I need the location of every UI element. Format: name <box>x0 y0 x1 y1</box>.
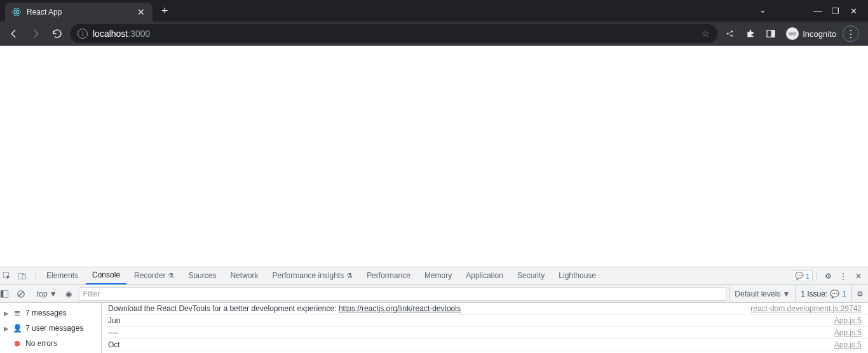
toggle-sidebar-icon[interactable] <box>0 290 17 298</box>
close-tab-button[interactable]: ✕ <box>136 7 146 17</box>
incognito-label: Incognito <box>803 29 836 39</box>
user-icon: 👤 <box>13 324 22 333</box>
site-info-icon[interactable]: i <box>78 29 88 39</box>
svg-point-0 <box>16 11 18 13</box>
live-expression-icon[interactable]: ◉ <box>61 290 76 298</box>
sidebar-no-errors[interactable]: ⊗No errors <box>0 336 101 351</box>
devtools-settings-icon[interactable]: ⚙ <box>821 272 835 281</box>
page-content <box>0 46 868 267</box>
sidebar-user-messages[interactable]: ▶👤7 user messages <box>0 321 101 336</box>
minimize-button[interactable]: — <box>812 6 824 16</box>
devtools-issues-badge[interactable]: 💬1 <box>792 270 813 281</box>
devtools-tab-lighthouse[interactable]: Lighthouse <box>552 267 602 284</box>
console-body: ▶≣7 messages ▶👤7 user messages ⊗No error… <box>0 303 868 353</box>
forward-button[interactable] <box>27 25 44 43</box>
console-log[interactable]: Download the React DevTools for a better… <box>102 303 868 353</box>
context-selector[interactable]: top ▼ <box>33 290 61 298</box>
devtools-tab-performance-insights[interactable]: Performance insights⚗ <box>266 267 359 284</box>
log-row: Oct App.js:5 <box>102 339 868 351</box>
console-toolbar: top ▼ ◉ Filter Default levels ▼ 1 Issue:… <box>0 285 868 303</box>
incognito-icon: 👓 <box>786 27 799 40</box>
console-settings-icon[interactable]: ⚙ <box>851 285 868 302</box>
share-icon[interactable] <box>725 29 739 39</box>
console-sidebar: ▶≣7 messages ▶👤7 user messages ⊗No error… <box>0 303 102 353</box>
log-source-link[interactable]: App.js:5 <box>834 340 862 349</box>
address-bar-row: i localhost:3000 ☆ 👓 Incognito ⋮ <box>0 22 868 46</box>
back-button[interactable] <box>5 25 23 43</box>
url-port: :3000 <box>128 29 150 39</box>
extensions-icon[interactable] <box>745 29 759 39</box>
maximize-button[interactable]: ❐ <box>830 6 841 16</box>
devtools-tab-sources[interactable]: Sources <box>182 267 222 284</box>
log-row: Download the React DevTools for a better… <box>102 303 868 315</box>
close-window-button[interactable]: ✕ <box>848 6 859 16</box>
experiment-icon: ⚗ <box>168 267 174 284</box>
log-levels-selector[interactable]: Default levels ▼ <box>729 285 795 302</box>
log-row: ---- App.js:5 <box>102 327 868 339</box>
address-bar[interactable]: i localhost:3000 ☆ <box>70 24 717 43</box>
browser-tab[interactable]: React App ✕ <box>5 3 153 22</box>
sidebar-messages[interactable]: ▶≣7 messages <box>0 305 101 321</box>
react-icon <box>11 7 22 17</box>
error-icon: ⊗ <box>13 339 22 348</box>
svg-rect-11 <box>22 274 25 279</box>
tab-search-button[interactable]: ⌄ <box>759 5 766 15</box>
log-source-link[interactable]: App.js:5 <box>834 316 862 325</box>
issues-indicator[interactable]: 1 Issue: 💬1 <box>795 285 851 302</box>
url-host: localhost <box>93 29 128 39</box>
browser-menu-button[interactable]: ⋮ <box>843 25 859 42</box>
list-icon: ≣ <box>13 309 22 317</box>
svg-rect-8 <box>771 30 775 37</box>
console-filter-input[interactable]: Filter <box>79 287 727 301</box>
side-panel-icon[interactable] <box>766 29 780 39</box>
inspect-element-icon[interactable] <box>3 272 17 281</box>
devtools-close-icon[interactable]: ✕ <box>851 272 865 281</box>
reload-button[interactable] <box>48 25 66 43</box>
window-controls: — ❐ ✕ <box>803 0 868 22</box>
devtools-tab-recorder[interactable]: Recorder⚗ <box>128 267 180 284</box>
devtools-tab-memory[interactable]: Memory <box>418 267 458 284</box>
incognito-indicator[interactable]: 👓 Incognito <box>786 27 836 40</box>
svg-rect-13 <box>1 290 3 297</box>
bookmark-star-icon[interactable]: ☆ <box>702 29 710 39</box>
devtools-tab-performance[interactable]: Performance <box>360 267 417 284</box>
devtools-tab-network[interactable]: Network <box>224 267 264 284</box>
device-toolbar-icon[interactable] <box>18 272 32 281</box>
devtools-tab-console[interactable]: Console <box>86 267 126 284</box>
devtools-tab-elements[interactable]: Elements <box>40 267 85 284</box>
devtools-more-icon[interactable]: ⋮ <box>836 272 850 281</box>
tab-title: React App <box>27 8 131 17</box>
devtools-tab-application[interactable]: Application <box>459 267 510 284</box>
browser-titlebar: React App ✕ + ⌄ — ❐ ✕ <box>0 0 868 22</box>
devtools-tabbar: Elements Console Recorder⚗ Sources Netwo… <box>0 267 868 285</box>
devtools-tab-security[interactable]: Security <box>511 267 551 284</box>
new-tab-button[interactable]: + <box>153 1 177 22</box>
svg-point-4 <box>727 33 729 35</box>
log-source-link[interactable]: App.js:5 <box>834 328 862 337</box>
log-source-link[interactable]: react-dom.development.js:29742 <box>750 304 862 313</box>
svg-point-6 <box>731 35 733 37</box>
clear-console-icon[interactable] <box>17 290 33 298</box>
experiment-icon: ⚗ <box>346 267 353 284</box>
log-row: Jun App.js:5 <box>102 315 868 327</box>
devtools-panel: Elements Console Recorder⚗ Sources Netwo… <box>0 267 868 353</box>
svg-point-5 <box>731 30 733 32</box>
browser-right-controls: 👓 Incognito ⋮ <box>721 25 863 42</box>
log-link[interactable]: https://reactjs.org/link/react-devtools <box>339 304 461 313</box>
